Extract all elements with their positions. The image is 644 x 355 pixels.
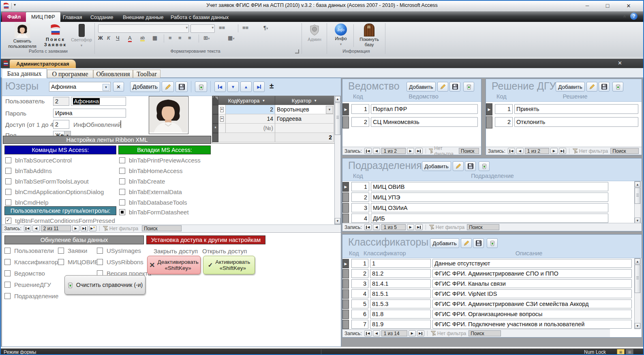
new-name-cell[interactable] xyxy=(275,124,334,133)
panel-scrollbar[interactable]: ▲ ▼ xyxy=(634,258,641,329)
value-cell[interactable]: Отклонить xyxy=(514,117,638,127)
change-user-button[interactable]: Сменитьпользователя xyxy=(3,23,41,49)
code-cell[interactable]: 7 xyxy=(351,320,368,329)
nav-first-button[interactable]: ◀ xyxy=(24,225,31,231)
row-selector[interactable] xyxy=(342,269,349,278)
value-cell[interactable]: Принять xyxy=(514,104,638,114)
subtab-toolbar[interactable]: Toolbar xyxy=(133,70,160,78)
record-search-input[interactable]: Поиск xyxy=(467,224,499,230)
tab-create[interactable]: Создание xyxy=(85,13,118,22)
code-cell[interactable]: 2 xyxy=(351,269,368,278)
nav-new-record-button[interactable]: ▶* xyxy=(89,225,96,231)
scroll-thumb[interactable] xyxy=(335,103,340,135)
row-selector-current[interactable]: ▶ xyxy=(342,182,349,192)
gridlines-icon[interactable]: ⊞▾ xyxy=(203,35,210,41)
tab-database-tools[interactable]: Работа с базами данных xyxy=(165,13,234,22)
add-button[interactable]: Добавить xyxy=(407,82,436,92)
nav-prev-button[interactable]: ◀ xyxy=(32,225,40,231)
nav-up-button[interactable]: ▲ xyxy=(240,81,252,92)
row-selector-current[interactable]: ▶ xyxy=(342,259,349,268)
nav-first-button[interactable]: ◀ xyxy=(364,148,372,154)
edit-button[interactable] xyxy=(437,82,448,92)
add-button[interactable]: Добавить xyxy=(430,238,459,248)
filter-status[interactable]: Нет фильтра xyxy=(437,331,466,336)
save-button[interactable] xyxy=(449,82,460,92)
clear-selection-button[interactable]: ✕ xyxy=(113,82,124,92)
scroll-up-icon[interactable]: ▲ xyxy=(635,259,640,264)
checkbox-usysribbons[interactable] xyxy=(97,259,103,265)
description-cell[interactable]: ФГИС ФРИ. Подключение участников и польз… xyxy=(432,320,632,329)
leave-database-button[interactable]: Покинутьбазу xyxy=(356,23,383,47)
password-field[interactable]: Ирина xyxy=(53,109,126,118)
document-tab-admin[interactable]: Администраторская xyxy=(10,60,76,68)
curator-name-cell[interactable]: Воротынцев ▾ xyxy=(275,105,334,114)
user-select-combobox[interactable]: Афонина ▾ xyxy=(49,82,111,92)
nav-prev-button[interactable]: ◀ xyxy=(373,148,380,154)
expand-cell[interactable]: + xyxy=(218,114,226,124)
record-position[interactable]: 1 из 2 xyxy=(525,148,549,154)
nav-first-button[interactable]: ◀ xyxy=(214,81,226,92)
row-selector[interactable] xyxy=(342,203,349,213)
checkbox-blnTabDatabaseTools[interactable] xyxy=(119,199,125,205)
datasheet-corner[interactable] xyxy=(212,96,218,105)
datasheet-view-icon[interactable]: ⊞ xyxy=(626,349,633,355)
new-code-cell[interactable]: (№) xyxy=(226,124,275,133)
align-center-icon[interactable]: ≡ xyxy=(178,35,182,41)
curators-col-code[interactable]: КодКуратора▼ xyxy=(218,96,275,105)
highlight-icon[interactable]: ab xyxy=(140,36,145,41)
scroll-down-icon[interactable]: ▼ xyxy=(635,323,640,329)
bold-icon[interactable]: Ж xyxy=(98,35,103,41)
edit-button[interactable] xyxy=(453,161,464,171)
row-selector[interactable] xyxy=(342,289,349,299)
scroll-thumb[interactable] xyxy=(635,265,640,293)
record-position[interactable]: 1 из 5 xyxy=(381,224,406,230)
nav-down-button[interactable]: ▼ xyxy=(227,81,239,92)
svetofor-button[interactable]: Светофор▾ xyxy=(70,23,93,48)
font-size-combobox[interactable]: ▾ xyxy=(190,24,215,33)
code-cell[interactable]: 2 xyxy=(351,117,369,127)
classifier-cell[interactable]: 1 xyxy=(370,259,431,268)
deactivate-shiftkey-button[interactable]: ✕ Деактивировать«ShiftKey» xyxy=(147,256,201,274)
nav-next-button[interactable]: ▶ xyxy=(550,148,558,154)
tab-external-data[interactable]: Внешние данные xyxy=(118,13,169,22)
checkbox-blnTabSourceControl[interactable] xyxy=(5,157,11,163)
nav-last-button[interactable]: ▶ xyxy=(415,148,423,154)
add-button[interactable]: Добавить xyxy=(422,161,451,171)
value-cell[interactable]: МИЦ ОВИВ xyxy=(371,182,608,191)
collapse-ribbon-icon[interactable]: ∧ xyxy=(623,13,626,19)
font-color-icon[interactable]: А xyxy=(128,35,132,42)
scroll-down-icon[interactable]: ▼ xyxy=(335,218,340,224)
underline-icon[interactable]: Ч xyxy=(116,35,120,41)
record-search-input[interactable]: Поиск xyxy=(142,225,182,231)
row-selector-current[interactable]: ▶ xyxy=(486,103,492,115)
classifier-cell[interactable]: 81.9 xyxy=(370,320,431,329)
admin-button[interactable]: Админ xyxy=(304,23,325,42)
checkbox-blnTabSetFormToolsLayout[interactable] xyxy=(5,178,11,184)
scroll-thumb[interactable] xyxy=(635,188,640,204)
value-cell[interactable]: СЦ Минкомсвязь xyxy=(371,117,478,127)
paragraph-icon[interactable]: ¶▾ xyxy=(263,25,268,31)
checkbox-micovib[interactable] xyxy=(58,259,64,265)
code-cell[interactable]: 1 xyxy=(351,259,368,268)
user-id-field[interactable]: 2 xyxy=(53,97,69,106)
classifier-cell[interactable]: 81.8 xyxy=(370,310,431,319)
row-selector[interactable] xyxy=(342,279,349,289)
classifier-cell[interactable]: 81.4.1 xyxy=(370,279,431,288)
access-field[interactable]: 2 xyxy=(53,120,69,129)
code-cell[interactable]: 1 xyxy=(495,104,513,114)
code-cell[interactable]: 1 xyxy=(351,104,369,114)
checkbox-blnTabHomeAccess[interactable] xyxy=(119,168,125,174)
inf-updates-checkbox[interactable] xyxy=(120,120,121,128)
checkbox-resheniedgu[interactable] xyxy=(4,282,11,288)
form-scrollbar[interactable]: ▲ ▼ xyxy=(334,96,341,225)
checkbox-blnCmdApplicationOptionsDialog[interactable] xyxy=(5,189,11,195)
code-cell[interactable]: 4 xyxy=(351,289,368,298)
fill-color-icon[interactable]: ▦ xyxy=(152,35,157,41)
alternate-row-color-icon[interactable]: ▦▾ xyxy=(228,35,235,41)
code-cell[interactable]: 1 xyxy=(351,182,369,191)
code-cell[interactable]: 3 xyxy=(351,203,369,212)
form-view-icon[interactable]: ⊞ xyxy=(617,349,625,355)
row-selector[interactable] xyxy=(342,116,349,128)
code-cell[interactable]: 5 xyxy=(351,299,368,308)
checkbox-blnTabExternalData[interactable] xyxy=(119,189,125,195)
